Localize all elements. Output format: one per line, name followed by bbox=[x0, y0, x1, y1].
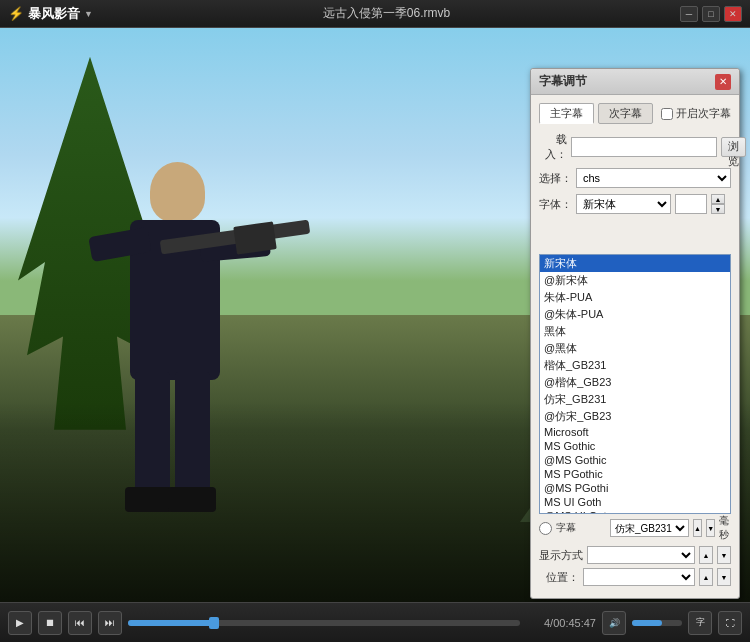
enable-secondary-checkbox: 开启次字幕 bbox=[661, 106, 731, 121]
next-button[interactable]: ⏭ bbox=[98, 611, 122, 635]
font-size-up[interactable]: ▲ bbox=[711, 194, 725, 204]
tab-main-subtitle[interactable]: 主字幕 bbox=[539, 103, 594, 124]
font-list-item-4[interactable]: 黑体 bbox=[540, 323, 730, 340]
display-spin-up[interactable]: ▲ bbox=[699, 546, 713, 564]
font-list-item-8[interactable]: 仿宋_GB231 bbox=[540, 391, 730, 408]
bottom-bar: ▶ ⏹ ⏮ ⏭ 4/00:45:47 🔊 字 ⛶ bbox=[0, 602, 750, 642]
play-button[interactable]: ▶ bbox=[8, 611, 32, 635]
font-size-input[interactable]: 18 bbox=[675, 194, 707, 214]
window-title: 远古入侵第一季06.rmvb bbox=[93, 5, 680, 22]
font-row: 字体： 新宋体 18 ▲ ▼ bbox=[539, 194, 731, 214]
maximize-button[interactable]: □ bbox=[702, 6, 720, 22]
enable-secondary-label: 开启次字幕 bbox=[676, 106, 731, 121]
font-size-down[interactable]: ▼ bbox=[711, 204, 725, 214]
position-label: 位置： bbox=[539, 570, 579, 585]
position-spin-down[interactable]: ▼ bbox=[717, 568, 731, 586]
font-select[interactable]: 新宋体 bbox=[576, 194, 671, 214]
font-list-item-15[interactable]: MS UI Goth bbox=[540, 495, 730, 509]
position-spin-up[interactable]: ▲ bbox=[699, 568, 713, 586]
browse-button[interactable]: 浏览 bbox=[721, 137, 746, 157]
font-list-item-0[interactable]: 新宋体 bbox=[540, 255, 730, 272]
volume-fill bbox=[632, 620, 662, 626]
font-list-item-12[interactable]: @MS Gothic bbox=[540, 453, 730, 467]
subtitle-button[interactable]: 字 bbox=[688, 611, 712, 635]
time-label: 4/00:45:47 bbox=[526, 617, 596, 629]
position-row: 位置： ▲ ▼ bbox=[539, 568, 731, 586]
stop-button[interactable]: ⏹ bbox=[38, 611, 62, 635]
volume-button[interactable]: 🔊 bbox=[602, 611, 626, 635]
sub2-radio[interactable] bbox=[539, 522, 552, 535]
font-list-item-16[interactable]: @MS UI Got bbox=[540, 509, 730, 514]
font-list-item-13[interactable]: MS PGothic bbox=[540, 467, 730, 481]
sub2-spin-up[interactable]: ▲ bbox=[693, 519, 702, 537]
logo-icon: ⚡ bbox=[8, 6, 24, 21]
progress-thumb[interactable] bbox=[209, 617, 219, 629]
display-spin-down[interactable]: ▼ bbox=[717, 546, 731, 564]
video-area: 字幕调节 ✕ 主字幕 次字幕 开启次字幕 载入： 浏览 选择： bbox=[0, 28, 750, 602]
load-input[interactable] bbox=[571, 137, 717, 157]
display-row: 显示方式 ▲ ▼ bbox=[539, 546, 731, 564]
title-bar: ⚡ 暴风影音 ▼ 远古入侵第一季06.rmvb ─ □ ✕ bbox=[0, 0, 750, 28]
panel-title: 字幕调节 bbox=[539, 73, 587, 90]
tab-row: 主字幕 次字幕 开启次字幕 bbox=[539, 103, 731, 124]
font-list-item-3[interactable]: @朱体-PUA bbox=[540, 306, 730, 323]
select-row: 选择： chs bbox=[539, 168, 731, 188]
font-list-item-10[interactable]: Microsoft bbox=[540, 425, 730, 439]
select-label: 选择： bbox=[539, 171, 572, 186]
person-figure bbox=[60, 142, 310, 542]
logo-text: 暴风影音 bbox=[28, 5, 80, 23]
panel-body: 主字幕 次字幕 开启次字幕 载入： 浏览 选择： chs bbox=[531, 95, 739, 598]
font-label: 字体： bbox=[539, 197, 572, 212]
display-select[interactable] bbox=[587, 546, 695, 564]
font-size-spinner: ▲ ▼ bbox=[711, 194, 725, 214]
font-list-item-11[interactable]: MS Gothic bbox=[540, 439, 730, 453]
close-button[interactable]: ✕ bbox=[724, 6, 742, 22]
progress-bar[interactable] bbox=[128, 620, 520, 626]
font-list-item-7[interactable]: @楷体_GB23 bbox=[540, 374, 730, 391]
font-dropdown-list[interactable]: 新宋体@新宋体朱体-PUA@朱体-PUA黑体@黑体楷体_GB231@楷体_GB2… bbox=[539, 254, 731, 514]
sub2-unit: 毫秒 bbox=[719, 514, 731, 542]
progress-fill bbox=[128, 620, 214, 626]
tab-secondary-subtitle[interactable]: 次字幕 bbox=[598, 103, 653, 124]
enable-secondary-input[interactable] bbox=[661, 108, 673, 120]
font-list-item-1[interactable]: @新宋体 bbox=[540, 272, 730, 289]
load-label: 载入： bbox=[539, 132, 567, 162]
app-logo: ⚡ 暴风影音 ▼ bbox=[8, 5, 93, 23]
panel-titlebar: 字幕调节 ✕ bbox=[531, 69, 739, 95]
load-row: 载入： 浏览 bbox=[539, 132, 731, 162]
position-select[interactable] bbox=[583, 568, 695, 586]
prev-button[interactable]: ⏮ bbox=[68, 611, 92, 635]
font-list-item-2[interactable]: 朱体-PUA bbox=[540, 289, 730, 306]
language-select[interactable]: chs bbox=[576, 168, 731, 188]
font-list-item-14[interactable]: @MS PGothi bbox=[540, 481, 730, 495]
subtitle-panel: 字幕调节 ✕ 主字幕 次字幕 开启次字幕 载入： 浏览 选择： bbox=[530, 68, 740, 599]
logo-dropdown-icon[interactable]: ▼ bbox=[84, 9, 93, 19]
window-controls: ─ □ ✕ bbox=[680, 6, 742, 22]
font-list-item-9[interactable]: @仿宋_GB23 bbox=[540, 408, 730, 425]
fullscreen-button[interactable]: ⛶ bbox=[718, 611, 742, 635]
display-label: 显示方式 bbox=[539, 548, 583, 563]
font-list-item-5[interactable]: @黑体 bbox=[540, 340, 730, 357]
sub2-spin-down[interactable]: ▼ bbox=[706, 519, 715, 537]
sub2-select[interactable]: 仿宋_GB231 bbox=[610, 519, 689, 537]
font-list-item-6[interactable]: 楷体_GB231 bbox=[540, 357, 730, 374]
sub2-label: 字幕 bbox=[556, 521, 606, 535]
panel-close-button[interactable]: ✕ bbox=[715, 74, 731, 90]
volume-slider[interactable] bbox=[632, 620, 682, 626]
minimize-button[interactable]: ─ bbox=[680, 6, 698, 22]
sub2-row: 字幕 仿宋_GB231 ▲ ▼ 毫秒 bbox=[539, 514, 731, 542]
